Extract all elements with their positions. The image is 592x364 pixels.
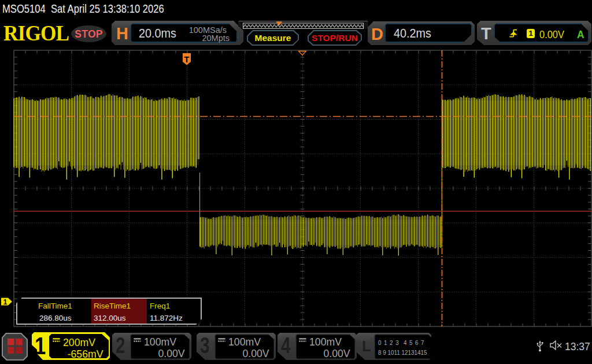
svg-text:1: 1 [3, 298, 8, 306]
svg-text:T: T [184, 55, 190, 64]
